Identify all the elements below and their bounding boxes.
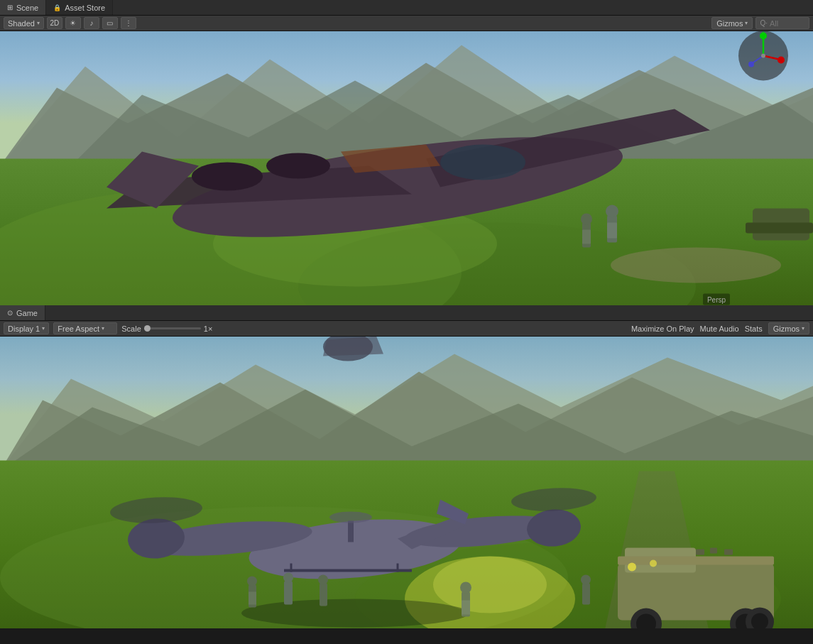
svg-point-22 xyxy=(606,205,618,218)
shaded-dropdown[interactable]: Shaded ▾ xyxy=(4,17,44,29)
svg-rect-85 xyxy=(710,548,717,554)
svg-point-33 xyxy=(761,54,765,58)
svg-point-60 xyxy=(241,599,469,628)
svg-point-14 xyxy=(266,153,330,179)
game-toolbar-right: Maximize On Play Mute Audio Stats Gizmos… xyxy=(631,322,809,334)
search-input[interactable] xyxy=(770,19,805,28)
search-prefix: Q· xyxy=(760,19,768,27)
svg-rect-70 xyxy=(462,601,470,615)
stats-label[interactable]: Stats xyxy=(745,324,763,333)
svg-text:Persp: Persp xyxy=(707,296,726,304)
svg-point-13 xyxy=(192,163,263,191)
gizmos-dropdown[interactable]: Gizmos ▾ xyxy=(711,17,753,29)
scene-panel: ⊞ Scene 🔒 Asset Store Shaded ▾ 2D ☀ ♪ ▭ … xyxy=(0,0,813,305)
2d-button[interactable]: 2D xyxy=(47,17,62,29)
svg-point-69 xyxy=(460,582,471,594)
svg-point-65 xyxy=(283,573,293,583)
effects-icon: ▭ xyxy=(107,19,113,27)
svg-rect-66 xyxy=(320,584,327,606)
scene-tab-bar: ⊞ Scene 🔒 Asset Store xyxy=(0,0,813,16)
svg-point-16 xyxy=(440,145,525,180)
svg-point-67 xyxy=(318,575,328,585)
svg-rect-64 xyxy=(284,582,293,605)
svg-rect-75 xyxy=(618,557,774,565)
aspect-dropdown[interactable]: Free Aspect ▾ xyxy=(53,322,117,334)
svg-point-59 xyxy=(329,512,372,523)
maximize-on-play-label[interactable]: Maximize On Play xyxy=(631,324,694,333)
svg-marker-89 xyxy=(323,337,383,356)
aspect-chevron-icon: ▾ xyxy=(102,325,104,332)
game-tab-label: Game xyxy=(16,309,38,317)
asset-store-tab[interactable]: 🔒 Asset Store xyxy=(46,0,113,15)
2d-label: 2D xyxy=(50,19,60,27)
search-box[interactable]: Q· xyxy=(755,17,809,29)
gizmos-chevron-icon: ▾ xyxy=(745,20,748,26)
svg-rect-71 xyxy=(582,584,590,605)
audio-button[interactable]: ♪ xyxy=(84,17,99,29)
asset-store-tab-label: Asset Store xyxy=(65,4,105,12)
scene-tab[interactable]: ⊞ Scene xyxy=(0,0,46,15)
game-tab-bar: ⊙ Game xyxy=(0,305,813,321)
effects-button[interactable]: ▭ xyxy=(102,17,118,29)
scene-viewport[interactable]: Y Persp xyxy=(0,31,813,305)
svg-rect-23 xyxy=(582,230,591,244)
svg-point-32 xyxy=(748,62,754,67)
scene-toolbar: Shaded ▾ 2D ☀ ♪ ▭ ⋮ Gizmos ▾ Q· xyxy=(0,16,813,31)
lock-icon: 🔒 xyxy=(53,4,61,11)
svg-rect-86 xyxy=(724,550,733,555)
svg-point-30 xyxy=(777,57,785,64)
display-chevron-icon: ▾ xyxy=(42,325,45,332)
game-tab-icon: ⊙ xyxy=(7,309,13,317)
svg-rect-84 xyxy=(696,550,704,555)
scale-value: 1× xyxy=(204,324,213,333)
scale-track[interactable] xyxy=(144,327,201,329)
svg-point-8 xyxy=(611,248,781,283)
game-gizmos-chevron-icon: ▾ xyxy=(802,325,804,332)
svg-point-83 xyxy=(650,560,657,567)
game-panel: ⊙ Game Display 1 ▾ Free Aspect ▾ Scale 1… xyxy=(0,305,813,628)
more-icon: ⋮ xyxy=(125,19,132,27)
scene-content-svg: Y Persp xyxy=(0,31,813,305)
gizmos-label: Gizmos xyxy=(716,19,743,28)
svg-point-72 xyxy=(581,575,591,585)
svg-rect-58 xyxy=(348,521,354,542)
svg-point-62 xyxy=(247,577,257,586)
aspect-label: Free Aspect xyxy=(58,324,99,333)
shaded-chevron-icon: ▾ xyxy=(37,20,40,26)
svg-point-20 xyxy=(581,214,592,225)
svg-rect-18 xyxy=(746,223,813,234)
scale-text-label: Scale xyxy=(121,324,141,333)
game-gizmos-dropdown[interactable]: Gizmos ▾ xyxy=(768,322,809,334)
scale-thumb[interactable] xyxy=(144,325,151,332)
display-dropdown[interactable]: Display 1 ▾ xyxy=(4,322,49,334)
game-toolbar: Display 1 ▾ Free Aspect ▾ Scale 1× Maxim… xyxy=(0,321,813,337)
scene-tab-icon: ⊞ xyxy=(7,4,13,11)
game-gizmos-label: Gizmos xyxy=(773,324,800,333)
game-content-svg xyxy=(0,337,813,628)
svg-rect-63 xyxy=(249,592,256,605)
mute-audio-label[interactable]: Mute Audio xyxy=(700,324,739,333)
scene-tab-label: Scene xyxy=(16,4,38,12)
more-button[interactable]: ⋮ xyxy=(121,17,136,29)
game-viewport[interactable] xyxy=(0,337,813,628)
svg-point-82 xyxy=(628,563,636,572)
game-tab[interactable]: ⊙ Game xyxy=(0,305,45,320)
sun-icon: ☀ xyxy=(70,19,76,27)
display-label: Display 1 xyxy=(8,324,40,333)
shaded-label: Shaded xyxy=(8,19,35,28)
scale-control[interactable]: Scale 1× xyxy=(121,324,212,333)
svg-point-44 xyxy=(433,557,547,613)
svg-text:Y: Y xyxy=(761,31,765,34)
svg-rect-24 xyxy=(607,223,617,239)
speaker-icon: ♪ xyxy=(89,19,93,27)
lighting-button[interactable]: ☀ xyxy=(65,17,81,29)
